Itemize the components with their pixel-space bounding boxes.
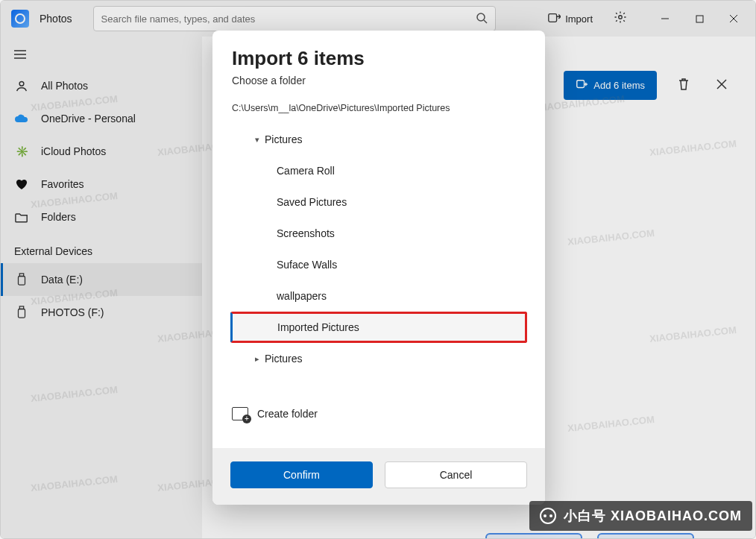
tree-label: Screenshots bbox=[277, 227, 335, 239]
dialog-path: C:\Users\m__la\OneDrive\Pictures\Importe… bbox=[232, 103, 526, 113]
watermark-text: 小白号 XIAOBAIHAO.COM bbox=[564, 507, 742, 525]
cancel-button[interactable]: Cancel bbox=[385, 461, 527, 488]
tree-label: Imported Pictures bbox=[277, 321, 359, 333]
tree-label: wallpapers bbox=[277, 290, 327, 302]
tree-item[interactable]: Camera Roll bbox=[232, 155, 526, 186]
chevron-right-icon[interactable]: ▸ bbox=[250, 354, 265, 364]
tree-label: Saved Pictures bbox=[277, 196, 347, 208]
tree-item[interactable]: Saved Pictures bbox=[232, 186, 526, 218]
confirm-label: Confirm bbox=[283, 469, 320, 481]
watermark-badge: 小白号 XIAOBAIHAO.COM bbox=[529, 501, 752, 531]
create-folder-icon bbox=[232, 407, 248, 420]
tree-item[interactable]: Screenshots bbox=[232, 218, 526, 249]
broadcast-icon bbox=[540, 508, 556, 524]
tree-item[interactable]: wallpapers bbox=[232, 280, 526, 312]
create-folder-button[interactable]: Create folder bbox=[232, 404, 526, 429]
cancel-label: Cancel bbox=[440, 469, 473, 481]
create-folder-label: Create folder bbox=[257, 408, 318, 420]
tree-label: Pictures bbox=[265, 353, 303, 365]
dialog-subtitle: Choose a folder bbox=[232, 75, 526, 86]
folder-tree: ▾ Pictures Camera Roll Saved Pictures Sc… bbox=[232, 124, 526, 374]
import-dialog: Import 6 items Choose a folder C:\Users\… bbox=[212, 31, 545, 505]
tree-item-pictures-2[interactable]: ▸ Pictures bbox=[232, 343, 526, 374]
tree-label: Pictures bbox=[265, 133, 303, 145]
chevron-down-icon[interactable]: ▾ bbox=[250, 135, 265, 145]
dialog-footer: Confirm Cancel bbox=[212, 448, 545, 505]
tree-item[interactable]: Suface Walls bbox=[232, 249, 526, 280]
tree-item-pictures[interactable]: ▾ Pictures bbox=[232, 124, 526, 155]
confirm-button[interactable]: Confirm bbox=[230, 461, 373, 488]
tree-item-imported-pictures[interactable]: Imported Pictures bbox=[230, 312, 527, 343]
tree-label: Camera Roll bbox=[277, 165, 335, 177]
dialog-title: Import 6 items bbox=[232, 47, 526, 70]
tree-label: Suface Walls bbox=[277, 259, 337, 271]
